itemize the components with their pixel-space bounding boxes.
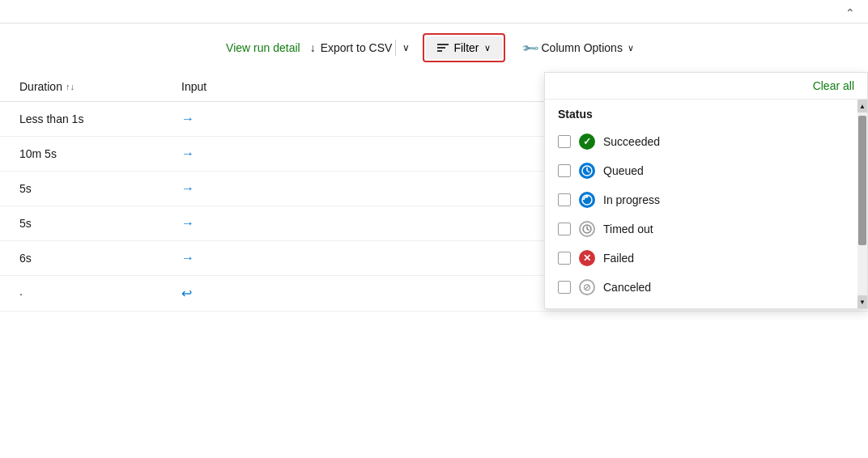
view-run-detail-link[interactable]: View run detail xyxy=(226,41,300,54)
input-column-header[interactable]: Input xyxy=(181,80,311,93)
top-bar: ⌃ xyxy=(0,0,868,23)
duration-column-header[interactable]: Duration ↑↓ xyxy=(19,80,149,93)
in-progress-label: In progress xyxy=(603,193,660,206)
checkbox-queued[interactable] xyxy=(558,164,571,177)
filter-item-in-progress[interactable]: In progress xyxy=(545,185,867,214)
dropdown-content: Status ✓ Succeeded xyxy=(545,100,867,308)
succeeded-label: Succeeded xyxy=(603,135,660,148)
input-header-label: Input xyxy=(181,80,206,93)
x-icon: ✕ xyxy=(583,252,591,264)
column-options-button[interactable]: 🔧 Column Options ∨ xyxy=(515,36,642,59)
wrench-icon: 🔧 xyxy=(520,38,538,57)
timed-out-clock-svg xyxy=(582,224,592,234)
in-progress-icon xyxy=(579,192,595,208)
svg-line-2 xyxy=(587,171,589,172)
scrollbar-track: ▲ ▼ xyxy=(857,100,867,308)
cell-input[interactable]: → xyxy=(181,112,311,126)
cancel-circle-icon: ⊘ xyxy=(583,282,591,293)
cell-duration: 5s xyxy=(19,182,149,195)
clear-all-button[interactable]: Clear all xyxy=(813,79,854,92)
cell-input[interactable]: ↩ xyxy=(181,286,311,301)
cell-duration: Less than 1s xyxy=(19,112,149,125)
check-icon: ✓ xyxy=(583,136,591,147)
succeeded-icon: ✓ xyxy=(579,134,595,150)
filter-label: Filter xyxy=(453,41,479,54)
failed-label: Failed xyxy=(603,252,634,265)
timed-out-icon xyxy=(579,221,595,237)
in-progress-svg xyxy=(581,194,593,206)
canceled-icon: ⊘ xyxy=(579,279,595,295)
scroll-up-button[interactable]: ▲ xyxy=(857,100,867,112)
export-label: Export to CSV xyxy=(321,41,393,54)
filter-item-queued[interactable]: Queued xyxy=(545,156,867,185)
failed-icon: ✕ xyxy=(579,250,595,266)
duration-header-label: Duration xyxy=(19,80,62,93)
canceled-label: Canceled xyxy=(603,281,651,294)
clear-all-row: Clear all xyxy=(545,73,867,100)
cell-input[interactable]: → xyxy=(181,146,311,161)
checkbox-canceled[interactable] xyxy=(558,281,571,294)
cell-duration: 5s xyxy=(19,217,149,230)
status-filter-list: Status ✓ Succeeded xyxy=(545,100,867,308)
status-section-header: Status xyxy=(545,100,867,121)
filter-button[interactable]: Filter ∨ xyxy=(426,36,501,59)
svg-line-7 xyxy=(587,229,589,231)
column-options-chevron-icon: ∨ xyxy=(628,43,634,53)
filter-item-timed-out[interactable]: Timed out xyxy=(545,214,867,244)
queued-clock-svg xyxy=(581,165,593,176)
svg-point-4 xyxy=(586,196,589,198)
filter-item-failed[interactable]: ✕ Failed xyxy=(545,244,867,273)
filter-dropdown-panel: Clear all Status ✓ Succeeded xyxy=(544,72,868,309)
column-options-label: Column Options xyxy=(542,41,623,54)
sort-icon: ↑↓ xyxy=(66,82,74,91)
cell-input[interactable]: → xyxy=(181,251,311,265)
scroll-down-button[interactable]: ▼ xyxy=(857,295,867,308)
collapse-icon[interactable]: ⌃ xyxy=(845,6,855,19)
timed-out-label: Timed out xyxy=(603,223,653,235)
filter-item-succeeded[interactable]: ✓ Succeeded xyxy=(545,127,867,156)
status-label: Status xyxy=(558,108,854,121)
checkbox-failed[interactable] xyxy=(558,252,571,265)
queued-icon xyxy=(579,163,595,179)
cell-duration: 6s xyxy=(19,252,149,265)
export-dropdown-button[interactable]: ∨ xyxy=(399,42,413,53)
filter-chevron-icon: ∨ xyxy=(484,43,491,53)
main-content: Duration ↑↓ Input Less than 1s → 10m 5s … xyxy=(0,72,868,312)
checkbox-timed-out[interactable] xyxy=(558,223,571,235)
export-to-csv-button[interactable]: ↓ Export to CSV xyxy=(310,41,393,54)
scroll-thumb[interactable] xyxy=(858,116,866,245)
toolbar: View run detail ↓ Export to CSV ∨ Filter… xyxy=(0,23,868,72)
filter-item-canceled[interactable]: ⊘ Canceled xyxy=(545,273,867,302)
cell-input[interactable]: → xyxy=(181,216,311,231)
checkbox-succeeded[interactable] xyxy=(558,135,571,148)
filter-lines-icon xyxy=(437,44,449,52)
download-icon: ↓ xyxy=(310,41,316,54)
cell-duration: · xyxy=(19,287,149,300)
cell-input[interactable]: → xyxy=(181,181,311,196)
queued-label: Queued xyxy=(603,164,644,177)
checkbox-in-progress[interactable] xyxy=(558,193,571,206)
cell-duration: 10m 5s xyxy=(19,147,149,160)
filter-button-wrapper: Filter ∨ xyxy=(423,33,504,62)
